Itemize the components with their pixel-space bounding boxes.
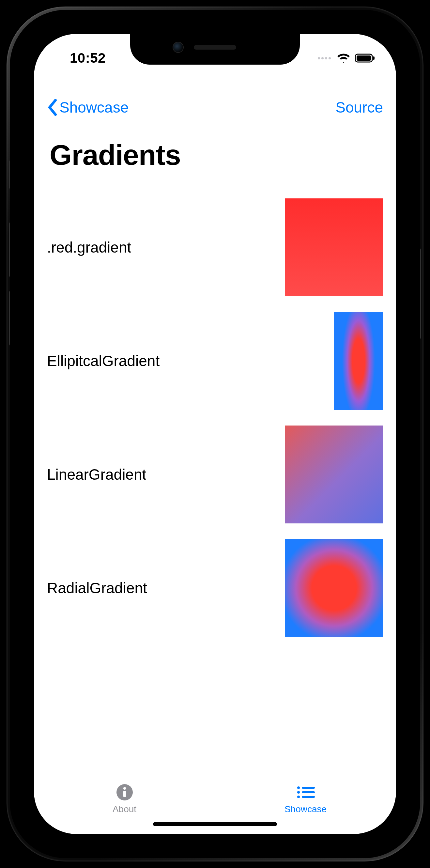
tab-showcase-label: Showcase [284, 804, 327, 814]
bezel: 10:52 [18, 18, 412, 850]
speaker-grille [194, 45, 236, 50]
phone-inner: 10:52 [10, 10, 420, 858]
row-label-red: .red.gradient [47, 239, 131, 256]
wifi-icon [337, 53, 350, 63]
list-item[interactable]: EllipitcalGradient [47, 304, 383, 418]
svg-rect-5 [123, 790, 126, 797]
swatch-radial-gradient [285, 539, 383, 637]
svg-rect-2 [373, 57, 374, 60]
svg-point-10 [297, 796, 300, 798]
row-label-linear: LinearGradient [47, 466, 146, 483]
swatch-red-gradient [285, 198, 383, 296]
home-indicator[interactable] [153, 822, 277, 826]
svg-point-8 [297, 791, 300, 794]
cellular-dots-icon [318, 57, 331, 59]
swatch-elliptical-gradient [334, 312, 383, 410]
nav-bar: Showcase Source [34, 89, 396, 125]
svg-point-4 [123, 787, 126, 790]
info-circle-icon [115, 782, 134, 802]
screen: 10:52 [34, 34, 396, 834]
list-bullet-icon [296, 782, 315, 802]
list-item[interactable]: LinearGradient [47, 418, 383, 531]
notch [130, 34, 300, 65]
tab-about[interactable]: About [34, 762, 215, 814]
svg-rect-7 [302, 787, 315, 789]
phone-frame: 10:52 [6, 6, 424, 862]
chevron-left-icon [47, 99, 58, 116]
list-item[interactable]: RadialGradient [47, 531, 383, 645]
gradient-list[interactable]: .red.gradient EllipitcalGradient LinearG… [34, 191, 396, 756]
battery-icon [355, 53, 375, 63]
row-label-elliptical: EllipitcalGradient [47, 352, 159, 370]
source-button[interactable]: Source [335, 98, 383, 116]
status-time: 10:52 [52, 50, 106, 66]
tab-about-label: About [113, 804, 136, 814]
back-button[interactable]: Showcase [47, 98, 128, 116]
back-label: Showcase [59, 98, 128, 116]
svg-rect-11 [302, 796, 315, 798]
row-label-radial: RadialGradient [47, 579, 147, 597]
tab-showcase[interactable]: Showcase [215, 762, 396, 814]
stage: 10:52 [0, 0, 430, 868]
swatch-linear-gradient [285, 426, 383, 523]
source-label: Source [335, 99, 383, 116]
svg-point-6 [297, 786, 300, 789]
list-item[interactable]: .red.gradient [47, 191, 383, 304]
svg-rect-9 [302, 791, 315, 793]
page-title: Gradients [50, 138, 181, 172]
svg-rect-1 [357, 56, 371, 61]
front-camera [173, 42, 184, 53]
status-icons [318, 53, 378, 63]
